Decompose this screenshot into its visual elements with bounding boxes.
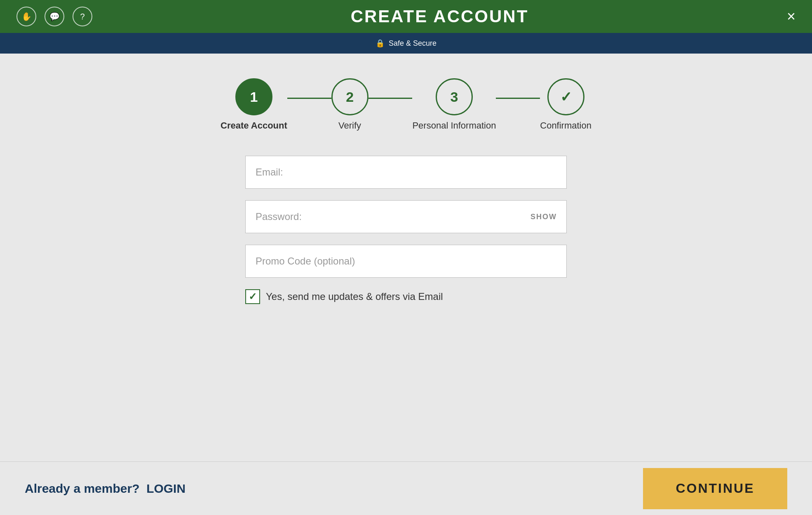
email-field[interactable] bbox=[245, 156, 567, 189]
email-offers-row: Yes, send me updates & offers via Email bbox=[245, 289, 567, 304]
help-icon[interactable]: ? bbox=[73, 7, 92, 26]
step-1-label: Create Account bbox=[221, 120, 287, 131]
already-member-label: Already a member? bbox=[25, 482, 139, 495]
email-offers-checkbox[interactable] bbox=[245, 289, 260, 304]
page-title: CREATE ACCOUNT bbox=[92, 7, 787, 26]
safe-secure-text: Safe & Secure bbox=[389, 39, 437, 48]
step-1-circle: 1 bbox=[235, 78, 272, 115]
login-link[interactable]: LOGIN bbox=[146, 482, 185, 495]
continue-button[interactable]: CONTINUE bbox=[643, 468, 787, 509]
stepper: 1 Create Account 2 Verify 3 Personal Inf… bbox=[221, 78, 591, 131]
show-password-button[interactable]: SHOW bbox=[530, 213, 557, 221]
password-field[interactable] bbox=[245, 200, 567, 233]
email-offers-label: Yes, send me updates & offers via Email bbox=[266, 291, 443, 302]
step-4-circle: ✓ bbox=[547, 78, 584, 115]
password-wrapper: SHOW bbox=[245, 200, 567, 233]
step-2-label: Verify bbox=[338, 120, 361, 131]
step-connector-3-4 bbox=[496, 98, 540, 99]
already-member-text: Already a member? LOGIN bbox=[25, 482, 185, 496]
step-3-circle: 3 bbox=[436, 78, 473, 115]
form-container: SHOW Yes, send me updates & offers via E… bbox=[245, 156, 567, 304]
header-icons: ✋ 💬 ? bbox=[16, 7, 92, 26]
step-3: 3 Personal Information bbox=[412, 78, 496, 131]
close-icon[interactable]: × bbox=[787, 8, 796, 25]
wave-icon[interactable]: ✋ bbox=[16, 7, 36, 26]
chat-icon[interactable]: 💬 bbox=[45, 7, 64, 26]
header: ✋ 💬 ? CREATE ACCOUNT × bbox=[0, 0, 812, 33]
lock-icon: 🔒 bbox=[375, 39, 385, 48]
main-content: 1 Create Account 2 Verify 3 Personal Inf… bbox=[0, 54, 812, 304]
sub-header: 🔒 Safe & Secure bbox=[0, 33, 812, 54]
step-3-label: Personal Information bbox=[412, 120, 496, 131]
step-4: ✓ Confirmation bbox=[540, 78, 591, 131]
step-2: 2 Verify bbox=[331, 78, 368, 131]
promo-code-field[interactable] bbox=[245, 245, 567, 278]
step-connector-1-2 bbox=[287, 98, 331, 99]
step-connector-2-3 bbox=[368, 98, 413, 99]
step-4-label: Confirmation bbox=[540, 120, 591, 131]
step-1: 1 Create Account bbox=[221, 78, 287, 131]
footer: Already a member? LOGIN CONTINUE bbox=[0, 461, 812, 515]
step-2-circle: 2 bbox=[331, 78, 368, 115]
